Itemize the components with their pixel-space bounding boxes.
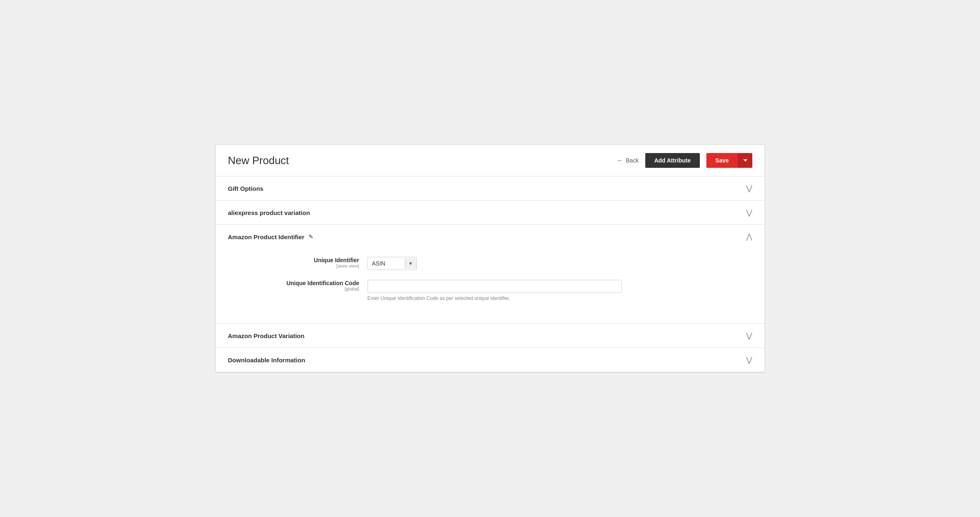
section-header-amazon-variation[interactable]: Amazon Product Variation ⋁ bbox=[216, 324, 765, 348]
scope-unique-code: [global] bbox=[228, 286, 359, 291]
section-title-gift-options: Gift Options bbox=[228, 185, 264, 192]
section-amazon-variation: Amazon Product Variation ⋁ bbox=[216, 324, 765, 348]
chevron-down-icon bbox=[743, 158, 747, 162]
control-group-unique-identifier: ASIN UPC EAN ISBN GCID ▼ bbox=[368, 257, 752, 270]
page-container: New Product ← Back Add Attribute Save bbox=[215, 144, 765, 373]
section-body-amazon-identifier: Unique Identifier [store view] ASIN UPC … bbox=[216, 249, 765, 323]
back-arrow-icon: ← bbox=[617, 157, 624, 164]
select-wrapper-unique-identifier: ASIN UPC EAN ISBN GCID ▼ bbox=[368, 257, 417, 270]
chevron-down-icon: ⋁ bbox=[746, 355, 752, 364]
label-unique-identifier: Unique Identifier bbox=[228, 257, 359, 263]
section-title-amazon-identifier: Amazon Product Identifier ✎ bbox=[228, 233, 314, 240]
section-title-aliexpress: aliexpress product variation bbox=[228, 209, 310, 216]
chevron-up-icon: ⋀ bbox=[746, 232, 752, 241]
edit-icon[interactable]: ✎ bbox=[308, 233, 313, 240]
save-button[interactable]: Save bbox=[706, 153, 738, 168]
unique-code-input[interactable] bbox=[368, 280, 622, 293]
label-group-unique-identifier: Unique Identifier [store view] bbox=[228, 257, 368, 268]
form-row-unique-identifier: Unique Identifier [store view] ASIN UPC … bbox=[228, 257, 752, 270]
page-title: New Product bbox=[228, 154, 289, 167]
page-content: Gift Options ⋁ aliexpress product variat… bbox=[216, 176, 765, 372]
add-attribute-button[interactable]: Add Attribute bbox=[645, 153, 700, 168]
unique-identifier-select[interactable]: ASIN UPC EAN ISBN GCID bbox=[368, 257, 405, 270]
select-arrow-icon: ▼ bbox=[405, 258, 416, 269]
section-downloadable-info: Downloadable Information ⋁ bbox=[216, 348, 765, 372]
section-header-aliexpress[interactable]: aliexpress product variation ⋁ bbox=[216, 201, 765, 224]
form-row-unique-code: Unique Identification Code [global] Ente… bbox=[228, 280, 752, 301]
chevron-down-icon: ⋁ bbox=[746, 184, 752, 193]
chevron-down-icon: ⋁ bbox=[746, 331, 752, 340]
save-dropdown-button[interactable] bbox=[738, 153, 752, 168]
label-group-unique-code: Unique Identification Code [global] bbox=[228, 280, 368, 291]
section-amazon-identifier: Amazon Product Identifier ✎ ⋀ Unique Ide… bbox=[216, 225, 765, 324]
section-header-gift-options[interactable]: Gift Options ⋁ bbox=[216, 176, 765, 200]
save-button-group: Save bbox=[706, 153, 752, 168]
section-gift-options: Gift Options ⋁ bbox=[216, 176, 765, 201]
section-header-downloadable-info[interactable]: Downloadable Information ⋁ bbox=[216, 348, 765, 372]
section-title-amazon-variation: Amazon Product Variation bbox=[228, 332, 305, 339]
section-header-amazon-identifier[interactable]: Amazon Product Identifier ✎ ⋀ bbox=[216, 225, 765, 249]
header-actions: ← Back Add Attribute Save bbox=[617, 153, 752, 168]
page-header: New Product ← Back Add Attribute Save bbox=[216, 145, 765, 176]
control-group-unique-code: Enter Unique Identification Code as per … bbox=[368, 280, 752, 301]
unique-code-hint: Enter Unique Identification Code as per … bbox=[368, 295, 752, 301]
section-title-downloadable-info: Downloadable Information bbox=[228, 357, 305, 364]
back-label: Back bbox=[626, 157, 639, 164]
back-button[interactable]: ← Back bbox=[617, 157, 639, 164]
chevron-down-icon: ⋁ bbox=[746, 208, 752, 217]
scope-unique-identifier: [store view] bbox=[228, 263, 359, 268]
label-unique-code: Unique Identification Code bbox=[228, 280, 359, 286]
section-aliexpress-variation: aliexpress product variation ⋁ bbox=[216, 201, 765, 225]
